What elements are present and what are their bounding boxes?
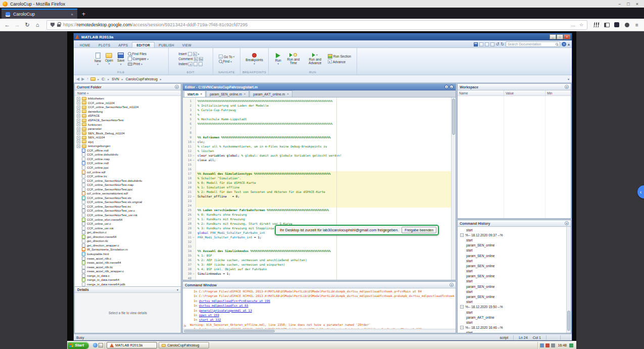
taskbar-button[interactable]: MATLAB R2013a xyxy=(107,342,157,348)
tree-item-file[interactable]: CCF_online_SensorAktorTest_usr.mk xyxy=(75,213,181,218)
history-menu-icon[interactable]: ▾ xyxy=(565,221,569,225)
sidebar-icon[interactable] xyxy=(603,21,611,28)
tree-item-file[interactable]: meas_accel_rtlb.mexw64 xyxy=(75,261,181,265)
tree-item-folder[interactable]: +dSPACE xyxy=(75,114,181,118)
minimize-button[interactable]: − xyxy=(618,2,621,7)
tracking-shield-icon[interactable] xyxy=(51,23,55,27)
breadcrumb-item[interactable]: C: xyxy=(101,77,106,81)
editor-header[interactable]: Editor - C:\SVN\CaroloCupFahrzeug\start.… xyxy=(183,84,456,90)
find-button[interactable]: Find▾ xyxy=(219,60,235,63)
tree-item-file[interactable]: get_direction.mexw64 xyxy=(75,235,181,239)
tree-item-file[interactable]: CCF_online_SensorAktorTest.dsbuildinfo xyxy=(75,178,181,183)
tree-item-file[interactable]: merge_tx_data.mexw64.pdb xyxy=(75,282,181,286)
indent-left-icon[interactable] xyxy=(193,62,197,66)
ribbon-tab-apps[interactable]: APPS xyxy=(114,42,132,47)
volume-tray-icon[interactable] xyxy=(551,343,555,347)
tree-item-file[interactable]: CCF_online.trc xyxy=(75,174,181,179)
editor-scrollbar[interactable] xyxy=(451,97,456,280)
tree-item-file[interactable]: IR_Sensorwerte_Simulation.m xyxy=(75,247,181,252)
editor-tab[interactable]: param_AKT_online.m× xyxy=(250,90,292,97)
history-item[interactable]: param_SEN_online xyxy=(458,274,566,279)
stop-sharing-button[interactable]: Freigabe beenden xyxy=(402,227,436,233)
collapse-icon[interactable]: − xyxy=(460,233,464,237)
insert-button[interactable]: Insert fx ▾ xyxy=(178,52,203,56)
tree-item-folder[interactable]: +parameter xyxy=(75,127,181,131)
tree-item-folder[interactable]: +SEN_Block_Debug_rti1104 xyxy=(75,131,181,135)
history-scrollbar[interactable] xyxy=(566,227,571,333)
ribbon-collapse-icon[interactable]: ▴ xyxy=(568,42,570,46)
editor-minimize-icon[interactable]: ▾ xyxy=(444,85,449,89)
quick-launch-explorer-icon[interactable] xyxy=(98,343,103,347)
collapse-icon[interactable]: − xyxy=(460,326,464,329)
matlab-close-button[interactable]: × xyxy=(564,34,570,39)
current-folder-header[interactable]: Current Folder ▾ xyxy=(75,84,181,90)
tree-item-file[interactable]: merge_tx_data.c xyxy=(75,273,181,278)
tree-item-file[interactable]: get_direction.tlc xyxy=(75,239,181,243)
extension-icon[interactable] xyxy=(613,21,621,28)
history-item[interactable]: param_AKT_online xyxy=(458,315,566,320)
tree-item-file[interactable]: CCF_online_sfun.mexw64 xyxy=(75,217,181,222)
tree-item-file[interactable]: ccf_online_sensoraktortest.sdf xyxy=(75,191,181,196)
workspace-menu-icon[interactable]: ▾ xyxy=(565,85,569,89)
maximize-button[interactable]: □ xyxy=(627,2,629,7)
breadcrumb-item[interactable]: CaroloCupFahrzeug xyxy=(125,77,158,81)
reload-button[interactable]: ↻ xyxy=(23,22,31,28)
smart-indent-icon[interactable]: ≡ xyxy=(188,62,192,66)
editor-tab[interactable]: start.m× xyxy=(184,90,206,97)
forward-button[interactable]: → xyxy=(13,22,21,28)
tree-item-folder[interactable]: +CCF_online_SensorAktorTest_rti1104 xyxy=(75,105,181,110)
undo-icon[interactable]: ↺ xyxy=(496,42,500,46)
insert-section-icon[interactable] xyxy=(188,52,192,56)
redo-icon[interactable]: ↻ xyxy=(501,42,504,46)
command-window-text[interactable]: fx In C:\Program Files\dSPACE RCPHIL 201… xyxy=(183,288,456,329)
history-item[interactable]: start xyxy=(458,289,566,294)
history-item[interactable]: −%-- 18.12.2020 16:46 --% xyxy=(458,325,566,330)
breadcrumb-item[interactable]: SVN xyxy=(111,77,119,81)
tree-item-file[interactable]: CCF_online.dsbuildinfo xyxy=(75,153,181,157)
dspace-tray-icon[interactable] xyxy=(546,343,550,347)
back-button[interactable]: ← xyxy=(3,22,11,28)
command-window-menu-icon[interactable]: ▾ xyxy=(450,283,454,287)
menu-icon[interactable]: ≡ xyxy=(633,21,641,28)
run-and-time-button[interactable]: Run and Time xyxy=(284,53,303,65)
history-item[interactable]: start xyxy=(458,320,566,325)
history-item[interactable]: start xyxy=(458,248,566,253)
history-item[interactable]: −%-- 18.12.2020 15:50 --% xyxy=(458,305,566,310)
insert-function-icon[interactable]: fx xyxy=(193,52,197,56)
history-item[interactable]: param_SEN_online xyxy=(458,243,566,248)
history-item[interactable]: start xyxy=(458,310,566,315)
editor-tab-close-icon[interactable]: × xyxy=(201,92,203,95)
tree-item-file[interactable]: meas_accel_rtlb_wrapper.c xyxy=(75,269,181,274)
tree-item-file[interactable]: CCF_online.map xyxy=(75,157,181,162)
folder-up-icon[interactable]: ↑ xyxy=(86,77,88,81)
workspace-header[interactable]: Workspace ▾ xyxy=(458,84,571,90)
tree-item-file[interactable]: CCF_online_usr.mk xyxy=(75,226,181,230)
breakpoints-button[interactable]: Breakpoints▾ xyxy=(244,53,264,64)
address-dropdown-icon[interactable]: ▾ xyxy=(568,77,569,81)
history-item[interactable]: start xyxy=(458,279,566,284)
tree-item-file[interactable]: CCF_online_SensorAktorTest.ppc xyxy=(75,187,181,191)
url-bar[interactable]: https://remotedesktop.google.com/access/… xyxy=(46,20,587,30)
tree-item-file[interactable]: CCF_online_SensorAktorTest.slx.original xyxy=(75,200,181,205)
expander-icon[interactable]: + xyxy=(77,123,80,126)
tree-item-file[interactable]: lookuptable.html xyxy=(75,252,181,257)
expander-icon[interactable]: + xyxy=(77,131,80,135)
home-button[interactable]: ⌂ xyxy=(33,22,41,28)
print-button[interactable]: Print▾ xyxy=(128,62,148,66)
details-header[interactable]: Details ▾ xyxy=(75,287,181,293)
qa-paste-icon[interactable] xyxy=(490,42,494,46)
tree-item-file[interactable]: CCF_online_SensorAktorTest.trc xyxy=(75,205,181,209)
tree-item-folder[interactable]: +dSPACE_SensorAktorTest xyxy=(75,118,181,123)
expander-icon[interactable]: + xyxy=(77,114,80,118)
tree-item-file[interactable]: merge_tx_data.mexw64 xyxy=(75,278,181,282)
editor-tab-close-icon[interactable]: × xyxy=(244,92,246,95)
editor-tab[interactable]: param_SEN_online.m× xyxy=(206,90,249,97)
account-icon[interactable] xyxy=(623,21,631,28)
expander-icon[interactable]: + xyxy=(77,136,80,139)
tree-item-file[interactable]: CCF_online_usr.c xyxy=(75,222,181,226)
command-window-header[interactable]: Command Window ▾ xyxy=(183,282,456,288)
run-and-advance-button[interactable]: ▸ Run and Advance xyxy=(305,53,326,65)
doc-search-input[interactable]: Search Documentation xyxy=(506,41,560,47)
editor-menu-icon[interactable]: ▸ xyxy=(450,85,454,89)
taskbar-button[interactable]: CaroloCupFahrzeug xyxy=(159,342,209,348)
